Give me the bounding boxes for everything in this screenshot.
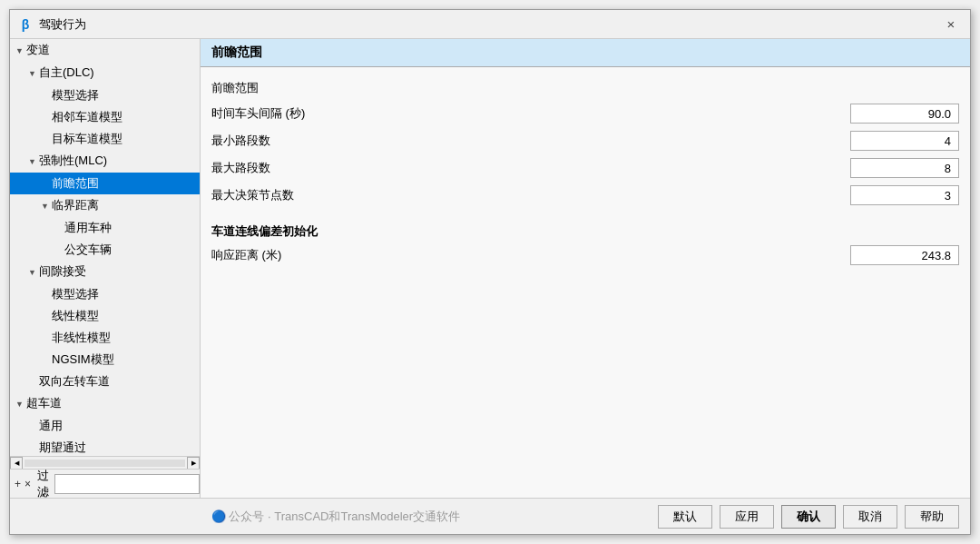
tree-item[interactable]: 非线性模型	[10, 327, 200, 349]
ok-button[interactable]: 确认	[781, 505, 836, 529]
tree-container[interactable]: ▼变道▼自主(DLC)模型选择相邻车道模型目标车道模型▼强制性(MLC)前瞻范围…	[10, 39, 200, 456]
tree-item-label: 通用	[39, 419, 63, 432]
tree-item[interactable]: 目标车道模型	[10, 128, 200, 150]
hscroll-left-arrow[interactable]: ◀	[10, 457, 23, 470]
param-input[interactable]	[855, 186, 955, 204]
tree-item-label: 相邻车道模型	[52, 110, 122, 124]
bottom-bar: 🔵 公众号 · TransCAD和TransModeler交通软件 默认 应用 …	[10, 498, 970, 534]
tree-item[interactable]: ▼间隙接受	[10, 261, 200, 283]
right-panel: 前瞻范围 前瞻范围时间车头间隔 (秒)最小路段数最大路段数最大决策节点数车道连线…	[201, 39, 970, 498]
tree-item-label: 自主(DLC)	[39, 65, 94, 79]
filter-label: 过滤	[37, 468, 49, 499]
content-area: ▼变道▼自主(DLC)模型选择相邻车道模型目标车道模型▼强制性(MLC)前瞻范围…	[10, 39, 970, 498]
param-input[interactable]	[855, 132, 955, 150]
tree-item[interactable]: 前瞻范围	[10, 173, 200, 194]
tree-expand-icon: ▼	[28, 263, 39, 282]
titlebar: β 驾驶行为 ×	[10, 10, 970, 39]
filter-input[interactable]	[54, 474, 200, 494]
tree-item-label: 线性模型	[52, 309, 99, 322]
tree-item[interactable]: 通用	[10, 415, 200, 437]
param-input[interactable]	[855, 104, 955, 123]
tree-item-label: 模型选择	[52, 88, 99, 102]
tree-item[interactable]: 双向左转车道	[10, 371, 200, 392]
param-row: 时间车头间隔 (秒)	[211, 100, 959, 127]
param-row: 最大路段数	[211, 154, 959, 182]
tree-item[interactable]: 相邻车道模型	[10, 106, 200, 128]
tree-item-label: 模型选择	[52, 287, 99, 301]
tree-item-label: 变道	[26, 43, 50, 56]
tree-item[interactable]: 通用车种	[10, 217, 200, 239]
tree-item[interactable]: ▼变道	[10, 39, 200, 62]
cancel-button[interactable]: 取消	[843, 505, 897, 529]
tree-item[interactable]: 模型选择	[10, 84, 200, 106]
apply-button[interactable]: 应用	[720, 505, 774, 529]
tree-item-label: 目标车道模型	[52, 132, 122, 145]
param-label: 响应距离 (米)	[211, 247, 850, 263]
tree-item-label: 非线性模型	[52, 331, 111, 344]
dialog-title: 驾驶行为	[39, 16, 934, 33]
watermark: 🔵 公众号 · TransCAD和TransModeler交通软件	[21, 509, 651, 525]
param-row: 前瞻范围	[211, 76, 959, 100]
tree-item-label: 超车道	[26, 396, 62, 410]
param-value-box	[850, 104, 959, 124]
tree-item-label: NGSIM模型	[52, 352, 114, 366]
param-label: 最大决策节点数	[211, 187, 850, 203]
param-label: 最大路段数	[211, 160, 850, 176]
tree-item-label: 前瞻范围	[52, 176, 99, 190]
tree-item-label: 通用车种	[64, 221, 112, 234]
tree-item[interactable]: NGSIM模型	[10, 349, 200, 371]
param-row: 最大决策节点数	[211, 182, 959, 209]
tree-expand-icon: ▼	[15, 42, 26, 60]
tree-item[interactable]: ▼临界距离	[10, 194, 200, 217]
tree-item[interactable]: 期望通过	[10, 437, 200, 456]
tree-item[interactable]: ▼自主(DLC)	[10, 62, 200, 84]
hscroll-track[interactable]	[24, 460, 185, 467]
remove-button[interactable]: ×	[24, 474, 32, 494]
param-label: 时间车头间隔 (秒)	[211, 105, 850, 122]
tree-item[interactable]: ▼强制性(MLC)	[10, 150, 200, 173]
param-value-box	[850, 245, 959, 265]
right-content: 前瞻范围时间车头间隔 (秒)最小路段数最大路段数最大决策节点数车道连线偏差初始化…	[201, 67, 970, 498]
tree-item-label: 期望通过	[39, 440, 86, 454]
hscroll-right-arrow[interactable]: ▶	[187, 457, 200, 470]
dialog: β 驾驶行为 × ▼变道▼自主(DLC)模型选择相邻车道模型目标车道模型▼强制性…	[9, 9, 971, 535]
tree-expand-icon: ▼	[41, 197, 52, 215]
left-panel: ▼变道▼自主(DLC)模型选择相邻车道模型目标车道模型▼强制性(MLC)前瞻范围…	[10, 39, 201, 498]
tree-item-label: 间隙接受	[39, 264, 86, 278]
param-value-box	[850, 158, 959, 178]
right-header: 前瞻范围	[201, 39, 970, 67]
tree-item[interactable]: 线性模型	[10, 305, 200, 327]
section2-label: 车道连线偏差初始化	[211, 218, 959, 242]
left-toolbar: + × 过滤 ▼ 🔍aaTex...	[10, 469, 200, 498]
app-icon: β	[17, 16, 34, 33]
tree-expand-icon: ▼	[15, 395, 26, 413]
tree-item-label: 强制性(MLC)	[39, 153, 107, 167]
tree-expand-icon: ▼	[28, 153, 39, 171]
param-input[interactable]	[855, 159, 955, 177]
tree-item[interactable]: 模型选择	[10, 283, 200, 305]
param-value-box	[850, 131, 959, 151]
default-button[interactable]: 默认	[658, 505, 712, 529]
tree-expand-icon: ▼	[28, 64, 39, 83]
param-label: 最小路段数	[211, 133, 850, 149]
tree-item[interactable]: 公交车辆	[10, 239, 200, 261]
param-input[interactable]	[855, 246, 955, 264]
param-row: 最小路段数	[211, 127, 959, 154]
tree-item-label: 临界距离	[52, 198, 99, 212]
add-button[interactable]: +	[14, 474, 22, 494]
tree-item-label: 双向左转车道	[39, 374, 110, 388]
param-row: 响应距离 (米)	[211, 242, 959, 269]
close-button[interactable]: ×	[939, 15, 963, 35]
tree-item[interactable]: ▼超车道	[10, 392, 200, 415]
param-label: 前瞻范围	[211, 80, 959, 96]
tree-item-label: 公交车辆	[64, 242, 112, 256]
param-value-box	[850, 185, 959, 205]
help-button[interactable]: 帮助	[905, 505, 959, 529]
